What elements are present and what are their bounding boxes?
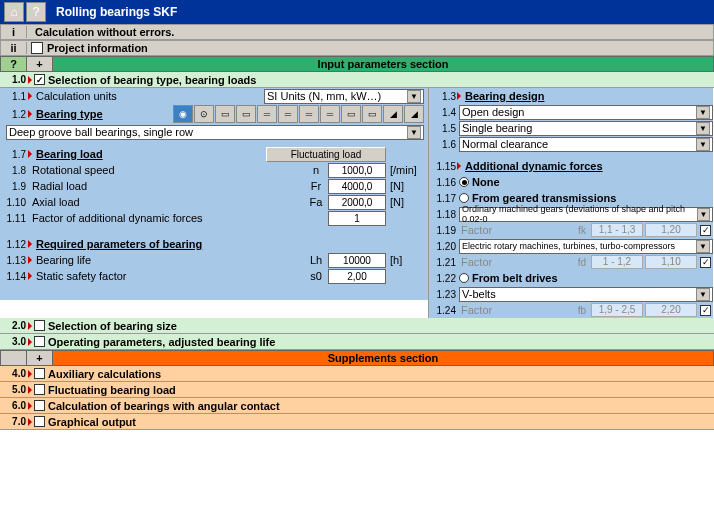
section-3-checkbox[interactable] [34, 336, 45, 347]
radio-belt[interactable] [459, 273, 469, 283]
bearing-tool-1[interactable]: ◉ [173, 105, 193, 123]
bearing-tool-3[interactable]: ▭ [215, 105, 235, 123]
titlebar: ⌂ ? Rolling bearings SKF [0, 0, 714, 24]
design-open-select[interactable]: Open design▼ [459, 105, 713, 120]
bearing-tool-2[interactable]: ⊙ [194, 105, 214, 123]
radial-load-input[interactable] [328, 179, 386, 194]
radio-geared[interactable] [459, 193, 469, 203]
status-row-ii: ii Project information [0, 40, 714, 56]
fd-checkbox[interactable]: ✓ [700, 257, 711, 268]
bearing-tool-11[interactable]: ◢ [383, 105, 403, 123]
design-single-select[interactable]: Single bearing▼ [459, 121, 713, 136]
app-title: Rolling bearings SKF [56, 5, 177, 19]
bearing-type-select[interactable]: Deep groove ball bearings, single row▼ [6, 125, 424, 140]
rotational-speed-input[interactable] [328, 163, 386, 178]
section-6-header: 6.0 Calculation of bearings with angular… [0, 398, 714, 414]
expand-supp-button[interactable]: + [27, 351, 53, 365]
geared-select[interactable]: Ordinary machined gears (deviations of s… [459, 207, 713, 222]
section-4-checkbox[interactable] [34, 368, 45, 379]
section-7-checkbox[interactable] [34, 416, 45, 427]
bearing-type-toolbar: ◉ ⊙ ▭ ▭ ═ ═ ═ ═ ▭ ▭ ◢ ◢ [173, 105, 424, 123]
bearing-tool-5[interactable]: ═ [257, 105, 277, 123]
bearing-tool-4[interactable]: ▭ [236, 105, 256, 123]
bearing-tool-6[interactable]: ═ [278, 105, 298, 123]
machines-select[interactable]: Electric rotary machines, turbines, turb… [459, 239, 713, 254]
help-button[interactable]: ? [1, 57, 27, 71]
section-7-header: 7.0 Graphical output [0, 414, 714, 430]
section-6-checkbox[interactable] [34, 400, 45, 411]
supp-section-bar: + Supplements section [0, 350, 714, 366]
project-info-checkbox[interactable] [31, 42, 43, 54]
design-clearance-select[interactable]: Normal clearance▼ [459, 137, 713, 152]
dropdown-icon: ▼ [407, 126, 421, 139]
section-4-header: 4.0 Auxiliary calculations [0, 366, 714, 382]
bearing-tool-12[interactable]: ◢ [404, 105, 424, 123]
section-2-checkbox[interactable] [34, 320, 45, 331]
dropdown-icon: ▼ [407, 90, 421, 103]
belt-select[interactable]: V-belts▼ [459, 287, 713, 302]
bearing-tool-8[interactable]: ═ [320, 105, 340, 123]
calc-units-select[interactable]: SI Units (N, mm, kW…)▼ [264, 89, 424, 104]
fk-checkbox[interactable]: ✓ [700, 225, 711, 236]
section-3-header: 3.0 Operating parameters, adjusted beari… [0, 334, 714, 350]
bearing-tool-10[interactable]: ▭ [362, 105, 382, 123]
bearing-tool-9[interactable]: ▭ [341, 105, 361, 123]
bearing-life-input[interactable] [328, 253, 386, 268]
section-2-header: 2.0 Selection of bearing size [0, 318, 714, 334]
fluctuating-load-button[interactable]: Fluctuating load [266, 147, 386, 162]
axial-load-input[interactable] [328, 195, 386, 210]
input-section-bar: ? + Input parameters section [0, 56, 714, 72]
status-row-i: i Calculation without errors. [0, 24, 714, 40]
section-5-header: 5.0 Fluctuating bearing load [0, 382, 714, 398]
section-5-checkbox[interactable] [34, 384, 45, 395]
safety-factor-input[interactable] [328, 269, 386, 284]
radio-none[interactable] [459, 177, 469, 187]
help-icon[interactable]: ? [26, 2, 46, 22]
expand-button[interactable]: + [27, 57, 53, 71]
fb-checkbox[interactable]: ✓ [700, 305, 711, 316]
bearing-tool-7[interactable]: ═ [299, 105, 319, 123]
section-1-header: 1.0 ✓ Selection of bearing type, bearing… [0, 72, 714, 88]
dynamic-factor-input[interactable] [328, 211, 386, 226]
section-1-checkbox[interactable]: ✓ [34, 74, 45, 85]
app-icon[interactable]: ⌂ [4, 2, 24, 22]
